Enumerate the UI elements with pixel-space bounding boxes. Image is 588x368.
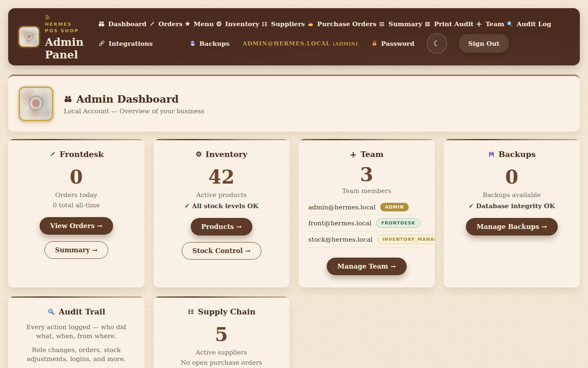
- nav-team[interactable]: + Team: [476, 20, 504, 28]
- team-member-row: front@hermes.local FRONTDESK: [307, 215, 426, 231]
- manage-backups-button[interactable]: Manage Backups →: [466, 218, 558, 236]
- nav-column: Dashboard Orders ★ Menu ⚙ Inventory Supp…: [89, 20, 569, 54]
- pencil-icon: [49, 151, 56, 158]
- nav-label: Summary: [388, 20, 422, 28]
- shop-logo-image[interactable]: [19, 27, 39, 47]
- brand: HERMES POS SHOP Admin Panel: [19, 12, 89, 61]
- team-member-row: admin@hermes.local ADMIN: [307, 200, 426, 215]
- lines-icon: [379, 21, 385, 27]
- hero-stamp-image: [19, 87, 53, 121]
- role-badge: ADMIN: [380, 203, 409, 211]
- stat-label: Orders today: [17, 191, 136, 199]
- nav-label: Inventory: [225, 20, 259, 28]
- stock-status: ✓ All stock levels OK: [163, 202, 281, 210]
- card-title: + Team: [307, 150, 426, 159]
- stat-sublabel: 0 total all-time: [17, 202, 136, 209]
- stat-label: Team members: [307, 187, 426, 195]
- audit-trail-card: Audit Trail Every action logged — who di…: [8, 296, 145, 368]
- member-email: admin@hermes.local: [308, 204, 376, 211]
- magnifier-icon: [47, 308, 55, 316]
- audit-description-2: Role changes, orders, stock adjustments,…: [17, 346, 136, 364]
- nav-inventory[interactable]: ⚙ Inventory: [216, 20, 259, 28]
- dashboard-cards: Frontdesk 0 Orders today 0 total all-tim…: [8, 139, 580, 368]
- page-title: Admin Dashboard: [64, 93, 204, 105]
- card-title: Audit Trail: [17, 307, 136, 316]
- view-orders-button[interactable]: View Orders →: [40, 217, 113, 235]
- products-button[interactable]: Products →: [191, 218, 252, 236]
- card-title: Frontdesk: [17, 150, 136, 159]
- frontdesk-card: Frontdesk 0 Orders today 0 total all-tim…: [8, 139, 145, 287]
- role-badge: FRONTDESK: [376, 218, 421, 228]
- floppy-disk-icon: [488, 151, 495, 158]
- nav-print-audit[interactable]: Print Audit: [424, 20, 474, 28]
- stock-control-button[interactable]: Stock Control →: [182, 242, 261, 260]
- binoculars-icon: [98, 20, 105, 27]
- card-title: ⚙ Inventory: [163, 150, 281, 159]
- member-email: front@hermes.local: [308, 220, 372, 227]
- sign-out-button[interactable]: Sign Out: [459, 34, 510, 53]
- nav-label: Integrations: [109, 40, 153, 47]
- admin-panel-page: HERMES POS SHOP Admin Panel Dashboard Or…: [0, 8, 588, 368]
- gear-icon: ⚙: [196, 151, 202, 158]
- database-status: ✓ Database integrity OK: [453, 202, 571, 210]
- hero-text: Admin Dashboard Local Account — Overview…: [64, 93, 204, 115]
- grid-icon: [424, 21, 431, 27]
- theme-toggle-button[interactable]: ☾: [427, 33, 447, 54]
- nav-purchase-orders[interactable]: Purchase Orders: [307, 20, 376, 28]
- team-members-count: 3: [307, 165, 426, 184]
- nav-label: Suppliers: [271, 20, 305, 28]
- secondary-nav: Integrations Backups ADMIN@HERMES.LOCAL …: [98, 33, 569, 54]
- writing-hand-icon: [307, 20, 314, 27]
- page-subtitle: Local Account — Overview of your busines…: [64, 108, 204, 115]
- nav-label: Team: [486, 20, 504, 28]
- brand-text: HERMES POS SHOP Admin Panel: [45, 12, 84, 61]
- team-member-row: stock@hermes.local INVENTORY_MANAGER: [307, 231, 426, 248]
- shop-name: HERMES POS SHOP: [45, 21, 84, 34]
- manage-team-button[interactable]: Manage Team →: [327, 258, 407, 275]
- list-icon: [261, 21, 268, 27]
- header: HERMES POS SHOP Admin Panel Dashboard Or…: [8, 8, 580, 65]
- page-title-text: Admin Dashboard: [76, 93, 179, 105]
- stat-sublabel: No open purchase orders: [163, 359, 281, 366]
- nav-label: Print Audit: [434, 20, 474, 28]
- primary-nav: Dashboard Orders ★ Menu ⚙ Inventory Supp…: [98, 20, 569, 28]
- active-suppliers-count: 5: [163, 325, 281, 344]
- panel-title: Admin Panel: [45, 36, 84, 61]
- floppy-disk-icon: [189, 40, 196, 47]
- binoculars-icon: [64, 95, 72, 103]
- role-badge: INVENTORY_MANAGER: [377, 235, 435, 244]
- card-title: Supply Chain: [163, 307, 281, 316]
- backups-card: Backups 0 Backups available ✓ Database i…: [444, 139, 580, 287]
- nav-summary[interactable]: Summary: [379, 20, 422, 28]
- stat-label: Active suppliers: [163, 349, 281, 356]
- list-icon: [187, 308, 194, 315]
- gear-icon: ⚙: [216, 21, 222, 27]
- nav-label: Password: [381, 40, 414, 47]
- link-icon: [98, 40, 105, 47]
- member-email: stock@hermes.local: [308, 236, 373, 243]
- account-label: ADMIN@HERMES.LOCAL (ADMIN): [243, 40, 358, 47]
- audit-description-1: Every action logged — who did what, when…: [17, 323, 136, 341]
- stat-label: Backups available: [453, 191, 571, 199]
- nav-orders[interactable]: Orders: [149, 20, 183, 28]
- stat-label: Active products: [163, 191, 281, 199]
- pencil-icon: [149, 21, 155, 27]
- nav-suppliers[interactable]: Suppliers: [261, 20, 305, 28]
- summary-button[interactable]: Summary →: [45, 241, 108, 259]
- menu-lines-icon: [45, 15, 51, 20]
- nav-backups[interactable]: Backups: [189, 40, 229, 47]
- nav-password[interactable]: Password: [371, 40, 414, 47]
- star-icon: ★: [185, 21, 190, 27]
- nav-label: Orders: [158, 20, 183, 28]
- nav-menu[interactable]: ★ Menu: [185, 20, 214, 28]
- nav-label: Audit Log: [517, 20, 551, 28]
- nav-integrations[interactable]: Integrations: [98, 40, 153, 47]
- account-email: ADMIN@HERMES.LOCAL: [243, 40, 330, 47]
- nav-dashboard[interactable]: Dashboard: [98, 20, 147, 28]
- moon-icon: ☾: [433, 39, 440, 48]
- plus-icon: +: [476, 20, 482, 28]
- inventory-card: ⚙ Inventory 42 Active products ✓ All sto…: [154, 139, 290, 287]
- backups-count: 0: [453, 168, 571, 186]
- plus-icon: +: [350, 150, 357, 159]
- nav-audit-log[interactable]: Audit Log: [506, 20, 551, 28]
